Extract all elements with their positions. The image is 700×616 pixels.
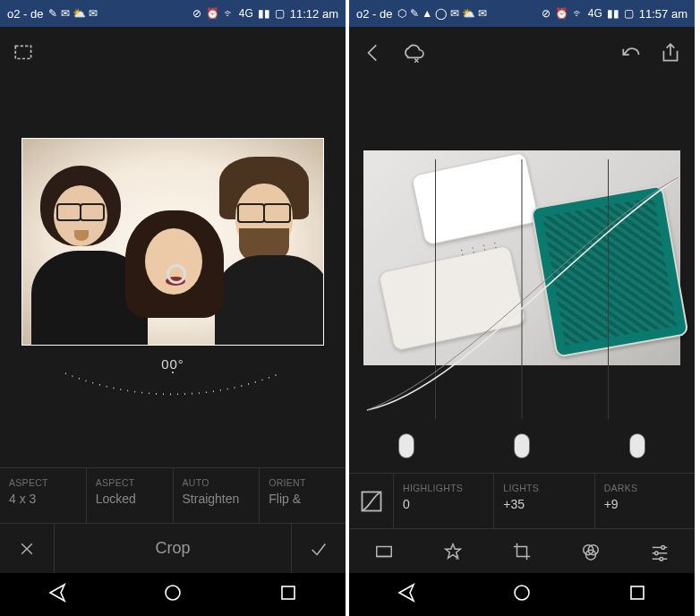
crop-canvas[interactable]: 00°: [0, 79, 346, 467]
photo-preview[interactable]: : : : :: [363, 150, 680, 365]
svg-point-19: [660, 557, 663, 560]
status-left-icons: ✎ ✉ ⛅ ✉: [48, 7, 98, 20]
android-nav-bar: [0, 573, 346, 616]
crop-action-bar: Crop: [0, 523, 346, 573]
battery-icon: ▢: [624, 7, 634, 20]
tone-slider-row: [349, 419, 695, 473]
alarm-icon: ⏰: [555, 7, 568, 20]
svg-rect-8: [376, 546, 391, 556]
network-icon: 4G: [588, 7, 602, 20]
crop-options-row: ASPECT 4 x 3 ASPECT Locked AUTO Straight…: [0, 467, 346, 523]
share-icon[interactable]: [659, 41, 682, 64]
status-left-icons: ⬡ ✎ ▲ ◯ ✉ ⛅ ✉: [397, 7, 487, 20]
opt-orientation[interactable]: ORIENT Flip &: [260, 468, 346, 523]
carrier-label: o2 - de: [7, 7, 43, 21]
rotation-value: 00°: [56, 356, 289, 372]
nav-recent-icon[interactable]: [277, 582, 299, 607]
opt-aspect-lock[interactable]: ASPECT Locked: [87, 468, 174, 523]
opt-aspect-ratio[interactable]: ASPECT 4 x 3: [0, 468, 87, 523]
slider-darks-thumb[interactable]: [630, 434, 645, 458]
app-top-bar: [0, 27, 346, 79]
curve-canvas[interactable]: : : : :: [349, 79, 695, 473]
svg-point-20: [515, 586, 529, 600]
nav-home-icon[interactable]: [511, 582, 533, 607]
svg-text:2: 2: [456, 553, 459, 561]
status-bar: o2 - de ✎ ✉ ⛅ ✉ ⊘ ⏰ ᯤ 4G ▮▮ ▢ 11:12 am: [0, 0, 346, 27]
tone-values-row: HIGHLIGHTS 0 LIGHTS +35 DARKS +9: [349, 473, 695, 528]
carrier-label: o2 - de: [356, 7, 392, 21]
val-darks[interactable]: DARKS +9: [595, 474, 695, 528]
clock: 11:57 am: [639, 7, 687, 21]
tool-rate-icon[interactable]: 2: [418, 529, 487, 573]
svg-point-2: [166, 586, 180, 600]
app-top-bar: [349, 27, 695, 79]
slider-lights-thumb[interactable]: [515, 434, 529, 458]
android-nav-bar: [349, 573, 695, 616]
bottom-tool-row: 2: [349, 528, 695, 573]
nav-recent-icon[interactable]: [627, 582, 648, 607]
nav-back-icon[interactable]: [396, 582, 417, 607]
svg-rect-3: [282, 586, 295, 599]
tool-crop-icon[interactable]: [487, 529, 556, 573]
opt-auto-straighten[interactable]: AUTO Straighten: [174, 468, 260, 523]
nav-back-icon[interactable]: [47, 582, 68, 607]
battery-icon: ▢: [275, 7, 285, 20]
svg-rect-0: [15, 46, 30, 58]
status-right-icons: ⊘ ⏰ ᯤ 4G ▮▮ ▢: [192, 7, 285, 20]
crop-aspect-icon[interactable]: [13, 41, 36, 64]
prop-back-cover: [411, 151, 540, 245]
wifi-icon: ᯤ: [573, 7, 584, 20]
prop-battery: [378, 244, 525, 351]
dnd-icon: ⊘: [192, 7, 201, 20]
back-icon[interactable]: [362, 41, 385, 64]
svg-point-18: [655, 552, 659, 555]
tone-curve-screen: o2 - de ⬡ ✎ ▲ ◯ ✉ ⛅ ✉ ⊘ ⏰ ᯤ 4G ▮▮ ▢ 11:5…: [347, 0, 695, 616]
dnd-icon: ⊘: [542, 7, 551, 20]
mode-label: Crop: [55, 539, 291, 558]
wifi-icon: ᯤ: [224, 7, 235, 20]
curve-mode-icon[interactable]: [349, 474, 394, 528]
confirm-button[interactable]: [292, 539, 346, 559]
slider-highlights-thumb[interactable]: [399, 434, 414, 458]
svg-rect-21: [631, 586, 644, 599]
tool-adjust-icon[interactable]: [626, 529, 695, 573]
person-left: [40, 166, 121, 246]
status-bar: o2 - de ⬡ ✎ ▲ ◯ ✉ ⛅ ✉ ⊘ ⏰ ᯤ 4G ▮▮ ▢ 11:5…: [349, 0, 695, 27]
person-center: [125, 210, 224, 318]
tool-color-icon[interactable]: [557, 529, 626, 573]
val-highlights[interactable]: HIGHLIGHTS 0: [394, 474, 494, 528]
person-right: [219, 157, 309, 219]
status-right-icons: ⊘ ⏰ ᯤ 4G ▮▮ ▢: [542, 7, 634, 20]
alarm-icon: ⏰: [206, 7, 219, 20]
prop-circuit-board: [530, 184, 688, 357]
network-icon: 4G: [239, 7, 253, 20]
undo-icon[interactable]: [619, 41, 643, 64]
val-lights[interactable]: LIGHTS +35: [494, 474, 594, 528]
tool-presets-icon[interactable]: [349, 529, 418, 573]
photo-preview[interactable]: [21, 138, 324, 346]
cloud-discard-icon[interactable]: [401, 41, 424, 64]
nav-home-icon[interactable]: [162, 582, 184, 607]
svg-point-17: [662, 545, 665, 549]
signal-icon: ▮▮: [258, 7, 270, 20]
crop-screen: o2 - de ✎ ✉ ⛅ ✉ ⊘ ⏰ ᯤ 4G ▮▮ ▢ 11:12 am: [0, 0, 347, 616]
signal-icon: ▮▮: [607, 7, 619, 20]
cancel-button[interactable]: [0, 540, 54, 558]
clock: 11:12 am: [290, 7, 338, 21]
rotation-dial[interactable]: 00°: [56, 356, 289, 401]
